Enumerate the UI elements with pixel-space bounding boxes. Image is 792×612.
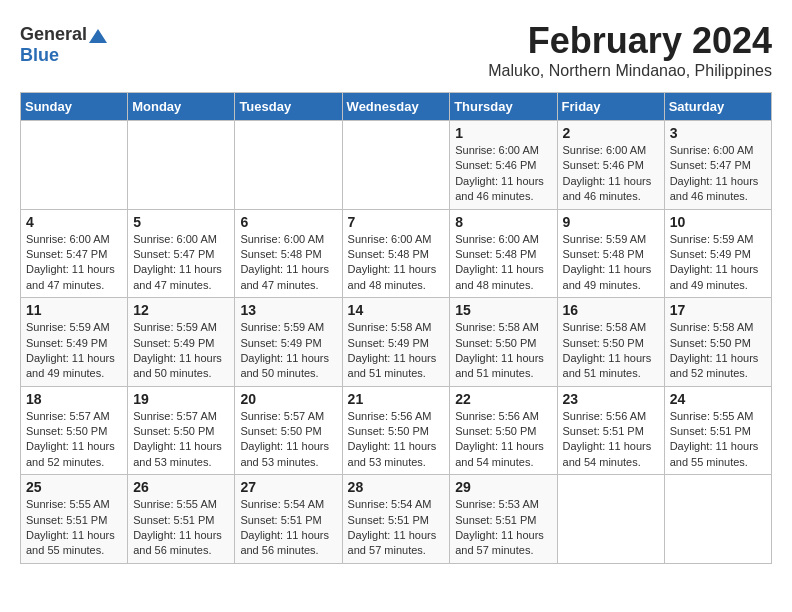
weekday-header-friday: Friday — [557, 93, 664, 121]
day-number: 28 — [348, 479, 445, 495]
calendar-cell: 25Sunrise: 5:55 AM Sunset: 5:51 PM Dayli… — [21, 475, 128, 564]
day-info: Sunrise: 5:56 AM Sunset: 5:51 PM Dayligh… — [563, 409, 659, 471]
calendar-cell: 18Sunrise: 5:57 AM Sunset: 5:50 PM Dayli… — [21, 386, 128, 475]
weekday-header-wednesday: Wednesday — [342, 93, 450, 121]
calendar-cell: 4Sunrise: 6:00 AM Sunset: 5:47 PM Daylig… — [21, 209, 128, 298]
calendar-cell — [21, 121, 128, 210]
calendar-cell: 10Sunrise: 5:59 AM Sunset: 5:49 PM Dayli… — [664, 209, 771, 298]
weekday-header-row: SundayMondayTuesdayWednesdayThursdayFrid… — [21, 93, 772, 121]
day-number: 18 — [26, 391, 122, 407]
day-info: Sunrise: 5:57 AM Sunset: 5:50 PM Dayligh… — [133, 409, 229, 471]
calendar-cell: 26Sunrise: 5:55 AM Sunset: 5:51 PM Dayli… — [128, 475, 235, 564]
calendar-cell: 27Sunrise: 5:54 AM Sunset: 5:51 PM Dayli… — [235, 475, 342, 564]
day-number: 19 — [133, 391, 229, 407]
calendar-cell: 7Sunrise: 6:00 AM Sunset: 5:48 PM Daylig… — [342, 209, 450, 298]
calendar-cell — [128, 121, 235, 210]
day-info: Sunrise: 5:59 AM Sunset: 5:49 PM Dayligh… — [133, 320, 229, 382]
day-number: 24 — [670, 391, 766, 407]
calendar-cell: 24Sunrise: 5:55 AM Sunset: 5:51 PM Dayli… — [664, 386, 771, 475]
day-number: 8 — [455, 214, 551, 230]
day-info: Sunrise: 5:59 AM Sunset: 5:49 PM Dayligh… — [26, 320, 122, 382]
calendar-week-1: 1Sunrise: 6:00 AM Sunset: 5:46 PM Daylig… — [21, 121, 772, 210]
calendar-week-2: 4Sunrise: 6:00 AM Sunset: 5:47 PM Daylig… — [21, 209, 772, 298]
day-info: Sunrise: 5:54 AM Sunset: 5:51 PM Dayligh… — [240, 497, 336, 559]
calendar-cell: 15Sunrise: 5:58 AM Sunset: 5:50 PM Dayli… — [450, 298, 557, 387]
calendar-cell: 8Sunrise: 6:00 AM Sunset: 5:48 PM Daylig… — [450, 209, 557, 298]
calendar-cell — [664, 475, 771, 564]
day-number: 20 — [240, 391, 336, 407]
calendar-cell: 1Sunrise: 6:00 AM Sunset: 5:46 PM Daylig… — [450, 121, 557, 210]
calendar-cell: 5Sunrise: 6:00 AM Sunset: 5:47 PM Daylig… — [128, 209, 235, 298]
day-number: 13 — [240, 302, 336, 318]
weekday-header-monday: Monday — [128, 93, 235, 121]
calendar-week-3: 11Sunrise: 5:59 AM Sunset: 5:49 PM Dayli… — [21, 298, 772, 387]
day-number: 25 — [26, 479, 122, 495]
day-number: 16 — [563, 302, 659, 318]
day-number: 6 — [240, 214, 336, 230]
calendar-cell: 11Sunrise: 5:59 AM Sunset: 5:49 PM Dayli… — [21, 298, 128, 387]
calendar-cell: 17Sunrise: 5:58 AM Sunset: 5:50 PM Dayli… — [664, 298, 771, 387]
calendar-cell: 3Sunrise: 6:00 AM Sunset: 5:47 PM Daylig… — [664, 121, 771, 210]
day-number: 23 — [563, 391, 659, 407]
day-info: Sunrise: 5:53 AM Sunset: 5:51 PM Dayligh… — [455, 497, 551, 559]
calendar-cell: 21Sunrise: 5:56 AM Sunset: 5:50 PM Dayli… — [342, 386, 450, 475]
day-info: Sunrise: 5:55 AM Sunset: 5:51 PM Dayligh… — [670, 409, 766, 471]
calendar-cell — [235, 121, 342, 210]
day-number: 29 — [455, 479, 551, 495]
day-info: Sunrise: 6:00 AM Sunset: 5:47 PM Dayligh… — [26, 232, 122, 294]
calendar-cell — [342, 121, 450, 210]
day-info: Sunrise: 5:56 AM Sunset: 5:50 PM Dayligh… — [455, 409, 551, 471]
calendar-cell — [557, 475, 664, 564]
calendar-cell: 13Sunrise: 5:59 AM Sunset: 5:49 PM Dayli… — [235, 298, 342, 387]
calendar-cell: 22Sunrise: 5:56 AM Sunset: 5:50 PM Dayli… — [450, 386, 557, 475]
day-number: 3 — [670, 125, 766, 141]
calendar-cell: 12Sunrise: 5:59 AM Sunset: 5:49 PM Dayli… — [128, 298, 235, 387]
calendar-body: 1Sunrise: 6:00 AM Sunset: 5:46 PM Daylig… — [21, 121, 772, 564]
day-info: Sunrise: 5:58 AM Sunset: 5:49 PM Dayligh… — [348, 320, 445, 382]
day-number: 15 — [455, 302, 551, 318]
day-number: 12 — [133, 302, 229, 318]
day-number: 1 — [455, 125, 551, 141]
day-info: Sunrise: 5:57 AM Sunset: 5:50 PM Dayligh… — [26, 409, 122, 471]
logo: General Blue — [20, 24, 107, 66]
day-info: Sunrise: 5:59 AM Sunset: 5:49 PM Dayligh… — [240, 320, 336, 382]
calendar-cell: 20Sunrise: 5:57 AM Sunset: 5:50 PM Dayli… — [235, 386, 342, 475]
day-number: 9 — [563, 214, 659, 230]
day-number: 21 — [348, 391, 445, 407]
calendar-cell: 2Sunrise: 6:00 AM Sunset: 5:46 PM Daylig… — [557, 121, 664, 210]
day-info: Sunrise: 6:00 AM Sunset: 5:47 PM Dayligh… — [133, 232, 229, 294]
day-info: Sunrise: 5:59 AM Sunset: 5:49 PM Dayligh… — [670, 232, 766, 294]
day-info: Sunrise: 6:00 AM Sunset: 5:48 PM Dayligh… — [348, 232, 445, 294]
header-row: General Blue February 2024 Maluko, North… — [20, 20, 772, 84]
day-info: Sunrise: 5:59 AM Sunset: 5:48 PM Dayligh… — [563, 232, 659, 294]
logo-icon — [89, 29, 107, 43]
calendar-cell: 29Sunrise: 5:53 AM Sunset: 5:51 PM Dayli… — [450, 475, 557, 564]
weekday-header-thursday: Thursday — [450, 93, 557, 121]
day-info: Sunrise: 6:00 AM Sunset: 5:48 PM Dayligh… — [240, 232, 336, 294]
calendar-cell: 14Sunrise: 5:58 AM Sunset: 5:49 PM Dayli… — [342, 298, 450, 387]
day-number: 27 — [240, 479, 336, 495]
weekday-header-saturday: Saturday — [664, 93, 771, 121]
day-number: 17 — [670, 302, 766, 318]
calendar-cell: 9Sunrise: 5:59 AM Sunset: 5:48 PM Daylig… — [557, 209, 664, 298]
weekday-header-sunday: Sunday — [21, 93, 128, 121]
day-info: Sunrise: 5:58 AM Sunset: 5:50 PM Dayligh… — [563, 320, 659, 382]
calendar-cell: 6Sunrise: 6:00 AM Sunset: 5:48 PM Daylig… — [235, 209, 342, 298]
page-header: February 2024 Maluko, Northern Mindanao,… — [20, 20, 772, 80]
calendar-cell: 23Sunrise: 5:56 AM Sunset: 5:51 PM Dayli… — [557, 386, 664, 475]
day-info: Sunrise: 5:55 AM Sunset: 5:51 PM Dayligh… — [26, 497, 122, 559]
day-info: Sunrise: 6:00 AM Sunset: 5:46 PM Dayligh… — [563, 143, 659, 205]
day-number: 7 — [348, 214, 445, 230]
day-info: Sunrise: 5:57 AM Sunset: 5:50 PM Dayligh… — [240, 409, 336, 471]
day-number: 4 — [26, 214, 122, 230]
day-number: 10 — [670, 214, 766, 230]
day-info: Sunrise: 5:58 AM Sunset: 5:50 PM Dayligh… — [455, 320, 551, 382]
day-info: Sunrise: 5:54 AM Sunset: 5:51 PM Dayligh… — [348, 497, 445, 559]
day-info: Sunrise: 5:58 AM Sunset: 5:50 PM Dayligh… — [670, 320, 766, 382]
day-info: Sunrise: 5:55 AM Sunset: 5:51 PM Dayligh… — [133, 497, 229, 559]
weekday-header-tuesday: Tuesday — [235, 93, 342, 121]
day-number: 26 — [133, 479, 229, 495]
day-info: Sunrise: 6:00 AM Sunset: 5:47 PM Dayligh… — [670, 143, 766, 205]
location-subtitle: Maluko, Northern Mindanao, Philippines — [20, 62, 772, 80]
day-info: Sunrise: 5:56 AM Sunset: 5:50 PM Dayligh… — [348, 409, 445, 471]
